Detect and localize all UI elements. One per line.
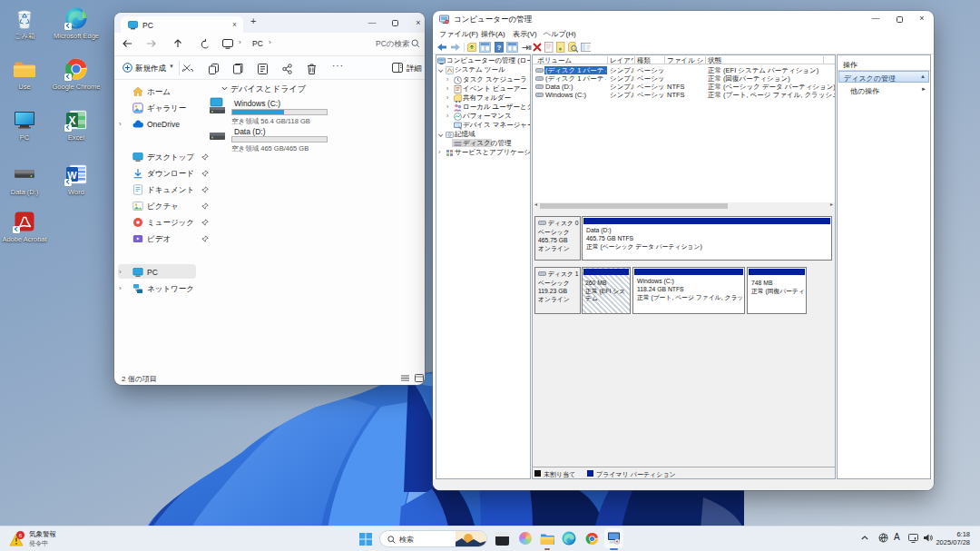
svg-text:?: ?	[497, 44, 502, 52]
